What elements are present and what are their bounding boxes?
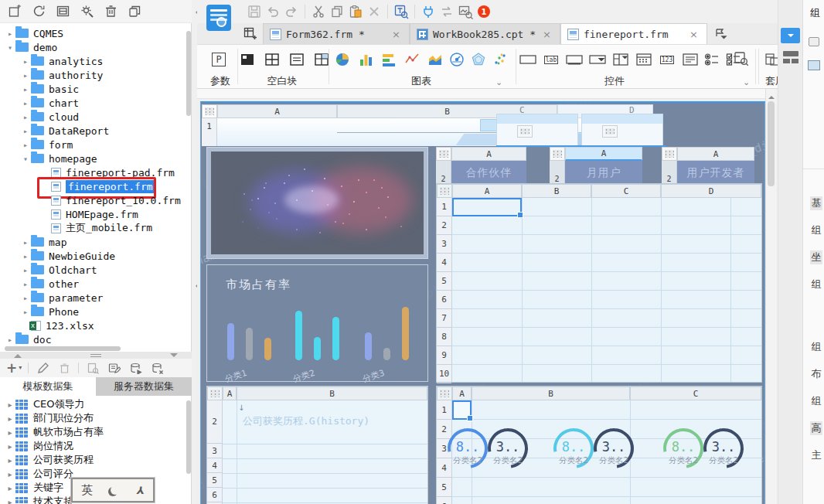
donut-gauge[interactable]: 3..分类名2: [703, 427, 744, 469]
expand-arrow-icon[interactable]: [20, 57, 31, 66]
expand-arrow-icon[interactable]: [20, 141, 31, 149]
tree-item[interactable]: Phone: [0, 305, 186, 318]
column-header[interactable]: A: [452, 184, 522, 198]
parameter-pane-icon[interactable]: P: [209, 50, 228, 69]
main-report-block[interactable]: ABCD 12345678910: [436, 183, 762, 383]
textbox-widget-icon[interactable]: [519, 50, 537, 69]
ime-switch-icon[interactable]: ⅄: [136, 485, 145, 496]
tree-item[interactable]: analytics: [0, 54, 186, 68]
undo-icon[interactable]: [264, 2, 282, 21]
row-header[interactable]: 8: [437, 328, 451, 346]
component-group-icon[interactable]: [809, 37, 819, 46]
row-header[interactable]: 5: [437, 272, 451, 291]
column-header[interactable]: A: [451, 147, 526, 161]
row-header[interactable]: 3: [207, 444, 222, 458]
edit-connection-icon[interactable]: [107, 361, 122, 375]
tree-item[interactable]: DataReport: [0, 124, 186, 138]
main-grid-body[interactable]: [452, 198, 761, 382]
block-drag-handle[interactable]: [437, 184, 452, 198]
pie-chart-icon[interactable]: [333, 50, 352, 69]
column-header[interactable]: C: [630, 387, 761, 400]
block-drag-handle[interactable]: [207, 387, 223, 400]
block-drag-handle[interactable]: [437, 387, 452, 400]
expand-arrow-icon[interactable]: ▸: [5, 442, 15, 451]
notification-badge[interactable]: 1: [475, 2, 493, 21]
expand-arrow-icon[interactable]: ▸: [5, 456, 15, 465]
tab-close-icon[interactable]: ×: [687, 29, 700, 40]
preview-dataset-icon[interactable]: [85, 361, 100, 375]
dataset-item[interactable]: ▸ 公司获奖历程: [0, 453, 186, 467]
tree-item[interactable]: basic: [0, 82, 186, 96]
expand-arrow-icon[interactable]: [20, 127, 31, 135]
tree-item[interactable]: demo: [0, 40, 186, 54]
tree-item[interactable]: homepage: [0, 152, 186, 165]
tree-horizontal-scrollbar[interactable]: [5, 346, 121, 351]
duplicate-icon[interactable]: [126, 3, 143, 20]
expand-arrow-icon[interactable]: [20, 155, 31, 163]
row-header[interactable]: 1: [202, 118, 216, 134]
delete-icon[interactable]: [102, 3, 119, 20]
component-dropdown-button[interactable]: [781, 28, 800, 43]
block-drag-handle[interactable]: [517, 125, 533, 138]
ime-moon-icon[interactable]: [111, 485, 120, 495]
template-version-icon[interactable]: [54, 3, 71, 20]
tab-list-dropdown-icon[interactable]: [715, 29, 727, 39]
block-dashboard-icon[interactable]: [239, 50, 257, 69]
database-run-icon[interactable]: [128, 361, 144, 375]
widget-preview-icon[interactable]: [732, 49, 751, 68]
delete-dataset-icon[interactable]: [56, 361, 72, 375]
column-header[interactable]: D: [661, 184, 761, 198]
image-search-icon[interactable]: [456, 2, 475, 21]
column-header[interactable]: B: [522, 184, 591, 198]
edit-dataset-icon[interactable]: [35, 361, 50, 375]
block-report-icon[interactable]: [288, 50, 307, 69]
block-drag-handle[interactable]: [602, 125, 618, 138]
column-header[interactable]: A: [565, 147, 642, 161]
tree-item[interactable]: form: [0, 138, 186, 152]
right-panel-item[interactable]: 主: [810, 448, 822, 462]
particle-fireworks-chart-block[interactable]: [206, 147, 428, 259]
dataset-item[interactable]: ▸ 岗位情况: [0, 439, 186, 453]
right-panel-item[interactable]: 组: [810, 223, 822, 237]
row-header[interactable]: 7: [437, 309, 451, 328]
right-panel-item[interactable]: 组: [810, 394, 822, 408]
row-header[interactable]: 2: [437, 216, 451, 235]
expand-arrow-icon[interactable]: [20, 266, 31, 274]
expand-arrow-icon[interactable]: [20, 280, 31, 288]
row-header[interactable]: 3: [437, 235, 451, 254]
form-body-selected[interactable]: =left($fine_display_name,find("(",$fine_…: [200, 101, 765, 504]
panel-divider[interactable]: [192, 23, 197, 504]
radar-chart-icon[interactable]: [469, 50, 488, 69]
developers-report-block[interactable]: A 2 用户开发者: [662, 147, 754, 183]
row-header[interactable]: 1: [437, 198, 451, 216]
column-header[interactable]: A: [452, 387, 472, 400]
expand-arrow-icon[interactable]: [20, 252, 31, 261]
tree-item[interactable]: doc: [0, 332, 186, 346]
tree-item[interactable]: NewbieGuide: [0, 249, 186, 263]
tree-item[interactable]: CQMES: [0, 26, 186, 40]
tree-item[interactable]: authority: [0, 68, 186, 82]
new-worksheet-icon[interactable]: [243, 27, 257, 40]
column-header[interactable]: B: [472, 387, 630, 400]
tree-item[interactable]: parameter: [0, 291, 186, 305]
tree-item[interactable]: finereport-pad.frm: [0, 165, 186, 179]
database-close-icon[interactable]: [150, 361, 165, 375]
area-chart-icon[interactable]: [426, 50, 444, 69]
row-header[interactable]: 1: [437, 400, 451, 420]
tree-item[interactable]: finereport_10.0.frm: [0, 193, 186, 207]
monthly-users-report-block[interactable]: A 2 月用户: [550, 147, 642, 183]
file-tab[interactable]: Form362.frm * ×: [263, 23, 410, 44]
column-header[interactable]: A: [217, 104, 337, 118]
row-header[interactable]: 2: [550, 161, 565, 183]
tab-close-icon[interactable]: ×: [390, 29, 403, 40]
row-header[interactable]: 2: [436, 161, 451, 183]
right-panel-item[interactable]: 高: [810, 421, 822, 435]
floating-mini-block[interactable]: [496, 114, 578, 146]
dropdown-widget-icon[interactable]: [588, 50, 607, 69]
floating-mini-block[interactable]: [581, 114, 663, 146]
combo-widget-icon[interactable]: [611, 50, 630, 69]
tree-item[interactable]: chart: [0, 96, 186, 110]
block-split-icon[interactable]: [264, 50, 282, 69]
right-panel-item[interactable]: 坐: [810, 250, 822, 264]
refresh-icon[interactable]: [30, 3, 47, 20]
